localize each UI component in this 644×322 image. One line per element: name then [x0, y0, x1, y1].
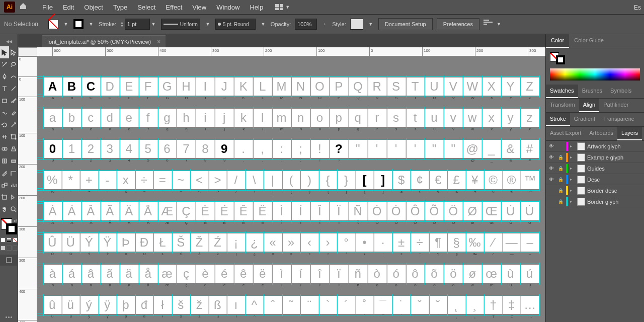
stroke-weight-input[interactable]	[125, 19, 150, 30]
draw-inside-icon[interactable]	[13, 246, 18, 251]
color-mode-icon[interactable]	[1, 237, 6, 243]
pen-tool[interactable]	[0, 70, 9, 83]
glyph-cell[interactable]: H	[177, 77, 196, 96]
shaper-tool[interactable]	[0, 107, 9, 119]
visibility-icon[interactable]: 👁	[548, 143, 555, 149]
tab-color[interactable]: Color	[546, 34, 569, 48]
draw-behind-icon[interactable]	[7, 246, 12, 251]
layer-row[interactable]: 🔒▸Border desc	[546, 185, 644, 196]
glyph-cell[interactable]: õ	[425, 265, 444, 283]
glyph-cell[interactable]: ø	[463, 265, 482, 283]
menu-edit[interactable]: Edit	[58, 2, 79, 13]
stroke-swatch[interactable]	[73, 19, 84, 29]
glyph-cell[interactable]: Ò	[368, 202, 387, 220]
column-graph-tool[interactable]	[9, 179, 18, 191]
glyph-cell[interactable]: *	[62, 171, 80, 189]
glyph-cell[interactable]: §	[447, 233, 466, 252]
glyph-cell[interactable]: P	[330, 77, 349, 96]
tab-artboards[interactable]: Artboards	[585, 127, 617, 140]
menu-file[interactable]: File	[37, 2, 58, 13]
glyph-cell[interactable]: Š	[172, 233, 191, 252]
canvas[interactable]: ABCDEFGHIJKLMNOPQRSTUVWXYZABCDEFGHIJKLMN…	[37, 56, 545, 322]
glyph-cell[interactable]: h	[177, 109, 196, 127]
glyph-cell[interactable]: "	[444, 140, 463, 158]
glyph-cell[interactable]: e	[120, 109, 139, 127]
glyph-cell[interactable]: 8	[196, 140, 215, 158]
glyph-cell[interactable]: Ë	[253, 202, 272, 220]
ruler-origin[interactable]	[18, 47, 37, 56]
layer-row[interactable]: 👁🔒▸Guides	[546, 163, 644, 174]
menu-effect[interactable]: Effect	[160, 2, 187, 13]
layer-row[interactable]: 👁▸Artwork glyph	[546, 141, 644, 152]
glyph-cell[interactable]: E	[120, 77, 139, 96]
glyph-cell[interactable]: ⁄	[484, 233, 503, 252]
hand-tool[interactable]	[0, 203, 9, 215]
tab-layers[interactable]: Layers	[617, 127, 642, 140]
profile-dropdown[interactable]: ▼	[204, 19, 211, 29]
glyph-cell[interactable]: '	[368, 140, 387, 158]
glyph-cell[interactable]: Ü	[62, 233, 80, 252]
glyph-cell[interactable]: q	[349, 109, 368, 127]
stroke-stepper[interactable]: ▲▼	[120, 21, 124, 28]
fill-stroke-indicator[interactable]: ⇄	[1, 218, 17, 234]
lasso-tool[interactable]	[9, 58, 18, 70]
glyph-cell[interactable]: z	[520, 109, 539, 127]
glyph-cell[interactable]: j	[215, 109, 234, 127]
glyph-cell[interactable]: D	[101, 77, 120, 96]
glyph-cell[interactable]: •	[356, 233, 374, 252]
glyph-cell[interactable]: W	[463, 77, 482, 96]
glyph-cell[interactable]: é	[215, 265, 234, 283]
glyph-cell[interactable]: R	[368, 77, 387, 96]
glyph-cell[interactable]: Þ	[117, 233, 135, 252]
brush-dropdown[interactable]: ▼	[260, 19, 267, 29]
glyph-cell[interactable]: Á	[62, 202, 82, 220]
stroke-weight-dropdown[interactable]: ▼	[150, 19, 157, 29]
glyph-cell[interactable]: è	[196, 265, 215, 283]
glyph-cell[interactable]: á	[62, 265, 82, 283]
glyph-cell[interactable]: –	[521, 233, 539, 252]
glyph-cell[interactable]: ç	[177, 265, 196, 283]
glyph-cell[interactable]: ~	[172, 171, 191, 189]
glyph-cell[interactable]: ó	[387, 265, 406, 283]
document-tab[interactable]: font_template.ai* @ 50% (CMYK/Preview) ×	[42, 35, 166, 47]
visibility-icon[interactable]: 👁	[548, 154, 555, 160]
glyph-cell[interactable]: ±	[392, 233, 411, 252]
fill-swatch[interactable]	[48, 19, 58, 29]
glyph-cell[interactable]: ł	[153, 296, 172, 314]
glyph-cell[interactable]: =	[153, 171, 172, 189]
glyph-cell[interactable]: a	[43, 109, 62, 127]
glyph-cell[interactable]: °	[337, 233, 356, 252]
glyph-cell[interactable]: ¢	[411, 171, 429, 189]
glyph-cell[interactable]: L	[253, 77, 272, 96]
glyph-cell[interactable]: ý	[80, 296, 99, 314]
glyph-cell[interactable]: ñ	[349, 265, 368, 283]
home-icon[interactable]	[19, 2, 27, 12]
glyph-cell[interactable]: È	[196, 202, 215, 220]
glyph-cell[interactable]: w	[463, 109, 482, 127]
glyph-cell[interactable]: d	[101, 109, 120, 127]
visibility-icon[interactable]: 👁	[548, 166, 555, 171]
stroke-dropdown[interactable]: ▼	[88, 19, 95, 29]
glyph-cell[interactable]: ]	[374, 171, 392, 189]
glyph-cell[interactable]: Ł	[153, 233, 172, 252]
glyph-cell[interactable]: T	[406, 77, 425, 96]
glyph-cell[interactable]: Î	[310, 202, 330, 220]
glyph-cell[interactable]: K	[234, 77, 253, 96]
glyph-cell[interactable]: ¥	[466, 171, 485, 189]
glyph-cell[interactable]: s	[387, 109, 406, 127]
glyph-cell[interactable]: »	[282, 233, 301, 252]
glyph-cell[interactable]: Å	[139, 202, 158, 220]
glyph-cell[interactable]: /	[227, 171, 246, 189]
glyph-cell[interactable]: …	[521, 296, 539, 314]
glyph-cell[interactable]: å	[139, 265, 158, 283]
glyph-cell[interactable]: _	[482, 140, 501, 158]
chevron-down-icon[interactable]: ▼	[497, 22, 501, 27]
glyph-cell[interactable]: ™	[521, 171, 539, 189]
tab-transparency[interactable]: Transparenc	[599, 113, 638, 126]
glyph-cell[interactable]: J	[215, 77, 234, 96]
glyph-cell[interactable]: ›	[319, 233, 338, 252]
glyph-cell[interactable]: Z	[520, 77, 539, 96]
glyph-cell[interactable]: "	[349, 140, 368, 158]
edit-toolbar-button[interactable]	[6, 316, 12, 318]
menu-window[interactable]: Window	[211, 2, 245, 13]
